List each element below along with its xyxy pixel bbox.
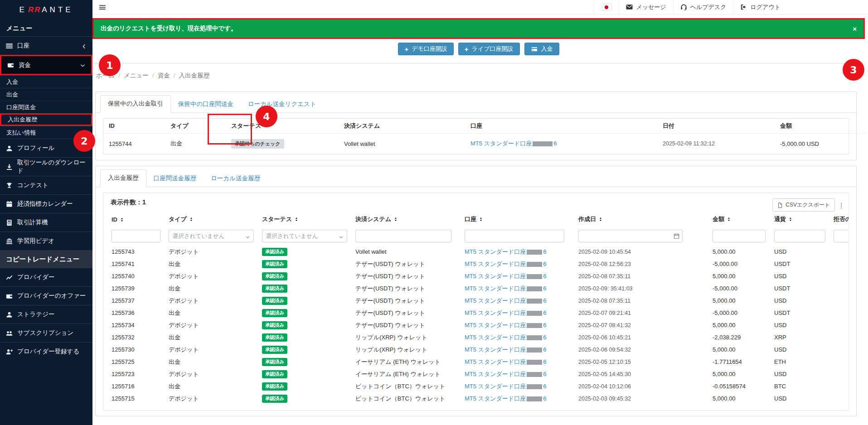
filter-created-date-input[interactable] <box>578 230 683 242</box>
sort-icon[interactable] <box>294 216 299 221</box>
logout-link[interactable]: ログアウト <box>733 0 787 14</box>
filter-payment-system-input[interactable] <box>355 230 451 242</box>
sidebar-item[interactable]: コンテスト <box>0 176 92 194</box>
filter-currency-input[interactable] <box>774 230 825 242</box>
sidebar-item[interactable]: プロバイダー <box>0 268 92 286</box>
column-header-account[interactable]: 口座 <box>465 119 657 133</box>
column-header-date[interactable]: 日付 <box>657 119 775 133</box>
pending-tabs: 保留中の入出金取引 保留中の口座間送金 ローカル送金リクエスト <box>96 92 856 113</box>
sidebar-item-label: プロバイダー <box>17 273 87 281</box>
sidebar-item[interactable]: プロバイダーのオファー <box>0 286 92 305</box>
filter-account-input[interactable] <box>465 230 564 242</box>
column-header[interactable]: 決済システム <box>354 212 464 227</box>
sidebar-item[interactable]: プロフィール <box>0 139 92 157</box>
filter-status-select[interactable]: 選択されていません <box>262 230 347 242</box>
sidebar-copytrade-items: プロバイダー プロバイダーのオファー ストラテジー サブスクリプション <box>0 268 92 361</box>
filter-amount-input[interactable] <box>713 230 766 242</box>
account-link[interactable]: MT5 スタンダード口座6 <box>465 395 546 402</box>
account-link[interactable]: MT5 スタンダード口座6 <box>465 261 546 267</box>
tab[interactable]: 保留中の口座間送金 <box>171 96 241 113</box>
account-link[interactable]: MT5 スタンダード口座6 <box>465 273 546 280</box>
tab[interactable]: ローカル送金履歴 <box>204 170 267 187</box>
account-link[interactable]: MT5 スタンダード口座6 <box>465 297 546 304</box>
sort-icon[interactable] <box>393 216 398 221</box>
toolbar-divider[interactable]: | <box>840 202 842 209</box>
cell-payment-system: テザー(USDT) ウォレット <box>354 258 464 270</box>
column-header[interactable]: 口座 <box>464 212 577 227</box>
open-demo-account-button[interactable]: + デモ口座開設 <box>398 43 453 55</box>
filter-id-input[interactable] <box>112 230 160 242</box>
account-link[interactable]: MT5 スタンダード口座6 <box>465 334 546 341</box>
brand-logo[interactable]: E RR ANTE <box>0 0 92 20</box>
column-header[interactable]: 拒否の理由 <box>833 212 849 227</box>
account-suffix: 6 <box>543 297 546 304</box>
account-link[interactable]: MT5 スタンダード口座6 <box>465 371 546 377</box>
sidebar-subitem[interactable]: 出金 <box>0 88 92 101</box>
sidebar-item-funds[interactable]: 資金 <box>0 55 92 75</box>
sort-icon[interactable] <box>189 216 194 221</box>
column-header[interactable]: 通貨 <box>773 212 833 227</box>
calendar-icon[interactable] <box>674 233 679 239</box>
column-header-amount[interactable]: 金額 <box>775 119 867 133</box>
sidebar-item[interactable]: ストラテジー <box>0 305 92 324</box>
sort-icon[interactable] <box>727 216 731 221</box>
column-header[interactable]: ID <box>111 212 168 227</box>
filter-type-select[interactable]: 選択されていません <box>169 230 254 242</box>
sidebar-item-accounts[interactable]: 口座 <box>0 36 92 55</box>
column-header-status[interactable]: スターテス <box>226 119 339 133</box>
open-live-account-button[interactable]: + ライブ口座開設 <box>458 43 520 55</box>
sort-icon[interactable] <box>788 216 793 221</box>
sidebar-item[interactable]: 経済指標カレンダー <box>0 194 92 213</box>
sidebar-subitem[interactable]: 口座間送金 <box>0 101 92 113</box>
csv-export-button[interactable]: CSVエクスポート <box>772 198 835 212</box>
tab[interactable]: 保留中の入出金取引 <box>100 95 171 113</box>
column-header[interactable]: タイプ <box>168 212 261 227</box>
breadcrumb-item[interactable]: 資金 <box>149 72 170 80</box>
account-link[interactable]: MT5 スタンダード口座6 <box>465 383 546 390</box>
cell-status: 承認済み <box>261 343 354 356</box>
sidebar-subitem[interactable]: 入金 <box>0 75 92 88</box>
account-link[interactable]: MT5 スタンダード口座6 <box>470 140 557 147</box>
filter-cell-status: 選択されていません <box>261 227 354 246</box>
sidebar-item[interactable]: サブスクリプション <box>0 324 92 342</box>
sidebar-subitem[interactable]: 入出金履歴 <box>0 113 92 126</box>
column-header-id[interactable]: ID <box>103 119 165 133</box>
sort-icon[interactable] <box>598 216 603 221</box>
sidebar-item[interactable]: 学習用ビデオ <box>0 232 92 250</box>
deposit-button[interactable]: 入金 <box>524 43 559 55</box>
sort-icon[interactable] <box>120 217 124 222</box>
sidebar-item-label: 経済指標カレンダー <box>17 200 87 208</box>
breadcrumb-item[interactable]: メニュー <box>115 72 149 80</box>
helpdesk-link[interactable]: ヘルプデスク <box>673 0 733 14</box>
cell-type: 出金 <box>168 331 261 343</box>
tab[interactable]: ローカル送金リクエスト <box>241 96 324 113</box>
filter-rejection-reason-input[interactable] <box>834 230 849 242</box>
cell-currency: USD <box>773 270 833 282</box>
breadcrumb-item[interactable]: ホーム <box>96 72 115 80</box>
hamburger-menu-icon[interactable] <box>99 4 106 10</box>
sidebar-item[interactable]: プロバイダー登録する <box>0 342 92 361</box>
sort-icon[interactable] <box>479 216 483 221</box>
cell-currency: USD <box>773 319 833 331</box>
column-header[interactable]: スターテス <box>261 212 354 227</box>
language-selector[interactable] <box>594 0 619 14</box>
column-header[interactable]: 金額 <box>712 212 773 227</box>
close-icon[interactable]: × <box>853 25 857 33</box>
account-link[interactable]: MT5 スタンダード口座6 <box>465 248 546 255</box>
account-link[interactable]: MT5 スタンダード口座6 <box>465 358 546 365</box>
tab[interactable]: 入出金履歴 <box>100 169 146 187</box>
sidebar-item[interactable]: 取引計算機 <box>0 213 92 232</box>
column-header-type[interactable]: タイプ <box>165 119 226 133</box>
column-header[interactable]: 作成日 <box>577 212 712 227</box>
sidebar-item[interactable]: 取引ツールのダウンロード <box>0 157 92 176</box>
breadcrumb-item[interactable]: 入出金履歴 <box>170 72 209 80</box>
tab[interactable]: 口座間送金履歴 <box>146 170 204 187</box>
column-header-payment-system[interactable]: 決済システム <box>339 119 465 133</box>
sidebar-subitem[interactable]: 支払い情報 <box>0 126 92 139</box>
account-link[interactable]: MT5 スタンダード口座6 <box>465 322 546 328</box>
account-link[interactable]: MT5 スタンダード口座6 <box>465 285 546 292</box>
account-link[interactable]: MT5 スタンダード口座6 <box>465 346 546 353</box>
messages-link[interactable]: メッセージ <box>619 0 673 14</box>
account-suffix: 6 <box>543 383 546 390</box>
account-link[interactable]: MT5 スタンダード口座6 <box>465 309 546 316</box>
